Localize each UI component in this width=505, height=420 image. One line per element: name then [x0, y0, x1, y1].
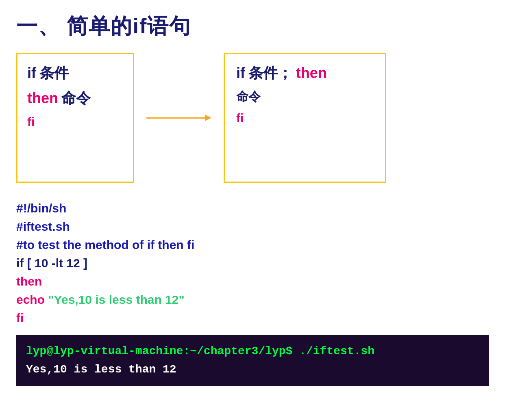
- terminal-output: lyp@lyp-virtual-machine:~/chapter3/lyp$ …: [16, 335, 489, 386]
- arrow: [146, 115, 211, 121]
- terminal-result: Yes,10 is less than 12: [26, 361, 479, 379]
- syntax-box-left: if 条件 then 命令 fi: [16, 53, 134, 183]
- code-line-4: if [ 10 -lt 12 ]: [16, 254, 489, 272]
- box-left-line1: if 条件: [27, 62, 123, 84]
- syntax-diagram: if 条件 then 命令 fi if 条件； then 命令 fi: [16, 53, 489, 183]
- code-line-6: echo "Yes,10 is less than 12": [16, 290, 489, 309]
- box-left-line2: then 命令: [27, 87, 123, 109]
- code-line-7: fi: [16, 309, 489, 327]
- terminal-prompt: lyp@lyp-virtual-machine:~/chapter3/lyp$ …: [26, 342, 479, 361]
- syntax-box-right: if 条件； then 命令 fi: [224, 53, 386, 183]
- code-line-5: then: [16, 272, 489, 290]
- arrow-line: [146, 117, 205, 119]
- code-line-3: #to test the method of if then fi: [16, 236, 489, 254]
- box-right-line3: fi: [236, 109, 374, 127]
- box-right-line1: if 条件； then: [236, 62, 374, 84]
- arrow-connector: [134, 115, 224, 121]
- code-line-2: #iftest.sh: [16, 217, 489, 236]
- page-title: 一、 简单的if语句: [16, 12, 489, 41]
- code-block: #!/bin/sh #iftest.sh #to test the method…: [16, 199, 489, 327]
- box-right-line2: 命令: [236, 87, 374, 106]
- box-left-line3: fi: [27, 113, 123, 131]
- arrow-head: [205, 115, 211, 121]
- code-line-1: #!/bin/sh: [16, 199, 489, 217]
